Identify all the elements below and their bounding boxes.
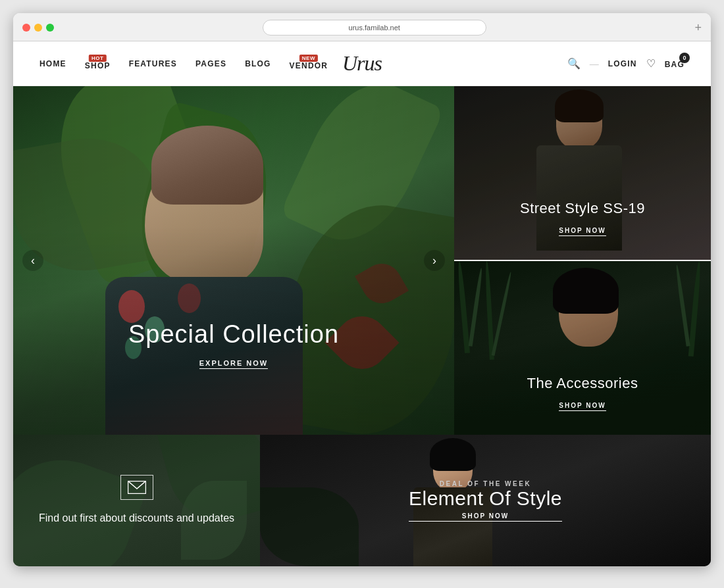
- deal-cta[interactable]: SHOP NOW: [409, 512, 562, 522]
- browser-chrome: +: [13, 13, 711, 41]
- accessories-title: The Accessories: [454, 375, 711, 392]
- login-button[interactable]: LOGIN: [608, 59, 637, 68]
- hero-side-panels: Street Style SS-19 SHOP NOW: [454, 86, 711, 435]
- vendor-new-badge: NEW: [299, 55, 318, 62]
- nav-divider: —: [590, 59, 599, 69]
- hero-title: Special Collection: [128, 320, 339, 349]
- nav-blog[interactable]: BLOG: [245, 59, 271, 68]
- hero-panel-accessories: The Accessories SHOP NOW: [454, 261, 711, 435]
- street-style-text: Street Style SS-19 SHOP NOW: [454, 200, 711, 236]
- accessories-cta[interactable]: SHOP NOW: [559, 402, 606, 411]
- maximize-button[interactable]: [46, 24, 54, 32]
- bag-button[interactable]: BAG 0: [665, 58, 685, 70]
- new-tab-button[interactable]: +: [694, 21, 702, 35]
- deal-title: Element Of Style: [409, 487, 562, 510]
- traffic-lights: [22, 24, 54, 32]
- accessories-text: The Accessories SHOP NOW: [454, 375, 711, 411]
- site-content: HOME HOT SHOP FEATURES PAGES BLOG NEW VE…: [13, 41, 711, 566]
- site-header: HOME HOT SHOP FEATURES PAGES BLOG NEW VE…: [13, 41, 711, 86]
- hero-overlay: [13, 86, 454, 435]
- nav-vendor[interactable]: NEW VENDOR: [290, 61, 328, 70]
- site-logo[interactable]: Urus: [342, 51, 382, 76]
- minimize-button[interactable]: [34, 24, 42, 32]
- search-icon[interactable]: 🔍: [567, 57, 581, 70]
- shop-hot-badge: HOT: [89, 55, 106, 62]
- wishlist-icon[interactable]: ♡: [646, 57, 656, 70]
- url-input[interactable]: [263, 20, 486, 36]
- nav-pages[interactable]: PAGES: [195, 59, 226, 68]
- newsletter-panel: Find out first about discounts and updat…: [13, 435, 260, 566]
- address-bar: [61, 20, 688, 36]
- close-button[interactable]: [22, 24, 30, 32]
- mail-icon: [120, 475, 153, 500]
- bag-count-badge: 0: [679, 53, 690, 63]
- deal-label: DEAL OF THE WEEK: [409, 480, 562, 487]
- hero-next-arrow[interactable]: ›: [424, 250, 445, 271]
- hero-prev-arrow[interactable]: ‹: [22, 250, 43, 271]
- nav-features[interactable]: FEATURES: [129, 59, 177, 68]
- hero-text: Special Collection EXPLORE NOW: [128, 320, 339, 369]
- deal-content: DEAL OF THE WEEK Element Of Style SHOP N…: [409, 480, 562, 522]
- browser-window: + HOME HOT SHOP FEATURES PAGES BLOG NEW …: [13, 13, 711, 566]
- nav-home[interactable]: HOME: [39, 59, 66, 68]
- hero-explore-cta[interactable]: EXPLORE NOW: [199, 359, 269, 369]
- street-style-cta[interactable]: SHOP NOW: [559, 227, 606, 236]
- hero-section: Special Collection EXPLORE NOW ‹ ›: [13, 86, 711, 435]
- street-style-title: Street Style SS-19: [454, 200, 711, 217]
- deal-panel: DEAL OF THE WEEK Element Of Style SHOP N…: [260, 435, 711, 566]
- nav-left: HOME HOT SHOP FEATURES PAGES BLOG NEW VE…: [39, 57, 328, 70]
- hero-panel-street-style: Street Style SS-19 SHOP NOW: [454, 86, 711, 261]
- nav-shop[interactable]: HOT SHOP: [85, 61, 111, 70]
- hero-main-panel: Special Collection EXPLORE NOW ‹ ›: [13, 86, 454, 435]
- bottom-section: Find out first about discounts and updat…: [13, 435, 711, 566]
- newsletter-text: Find out first about discounts and updat…: [39, 510, 234, 526]
- nav-right: 🔍 — LOGIN ♡ BAG 0: [567, 57, 685, 70]
